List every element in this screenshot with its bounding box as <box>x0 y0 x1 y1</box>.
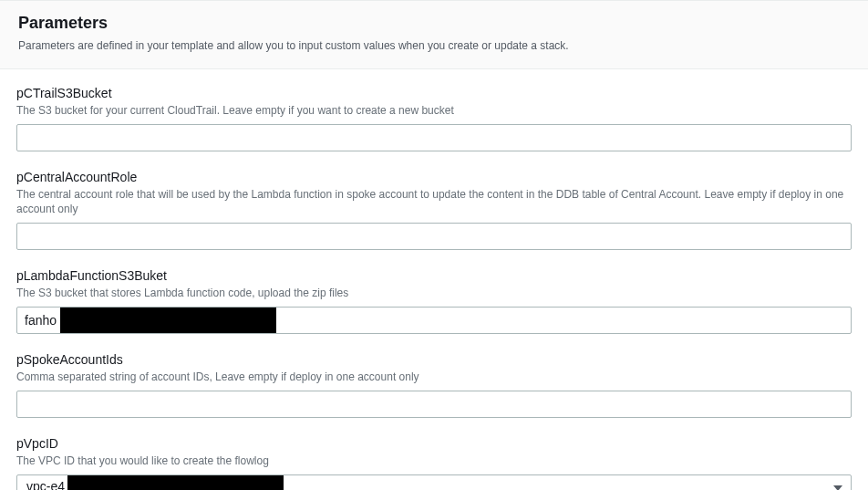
page-title: Parameters <box>18 14 850 33</box>
param-description: The VPC ID that you would like to create… <box>16 454 852 469</box>
param-description: The S3 bucket for your current CloudTrai… <box>16 103 852 119</box>
pVpcID-select[interactable]: vpc-e4 <box>16 474 852 490</box>
param-pCTrailS3Bucket: pCTrailS3Bucket The S3 bucket for your c… <box>16 86 852 151</box>
pVpcID-selected-value: vpc-e4 <box>26 479 65 490</box>
page-description: Parameters are defined in your template … <box>18 38 850 54</box>
parameters-form: pCTrailS3Bucket The S3 bucket for your c… <box>0 69 868 490</box>
param-label: pVpcID <box>16 436 852 451</box>
pSpokeAccountIds-input[interactable] <box>16 391 852 418</box>
param-label: pSpokeAccountIds <box>16 352 852 367</box>
param-description: Comma separated string of account IDs, L… <box>16 370 852 385</box>
pCTrailS3Bucket-input[interactable] <box>16 124 852 151</box>
parameters-header: Parameters Parameters are defined in you… <box>0 0 868 69</box>
param-label: pCentralAccountRole <box>16 170 852 184</box>
pLambdaFunctionS3Buket-input[interactable] <box>16 307 852 334</box>
param-pLambdaFunctionS3Buket: pLambdaFunctionS3Buket The S3 bucket tha… <box>16 268 852 334</box>
param-description: The S3 bucket that stores Lambda functio… <box>16 286 852 301</box>
param-pVpcID: pVpcID The VPC ID that you would like to… <box>16 436 852 490</box>
pCentralAccountRole-input[interactable] <box>16 223 852 250</box>
param-label: pLambdaFunctionS3Buket <box>16 268 852 283</box>
param-description: The central account role that will be us… <box>16 187 852 218</box>
param-label: pCTrailS3Bucket <box>16 86 852 100</box>
param-pSpokeAccountIds: pSpokeAccountIds Comma separated string … <box>16 352 852 418</box>
param-pCentralAccountRole: pCentralAccountRole The central account … <box>16 170 852 251</box>
